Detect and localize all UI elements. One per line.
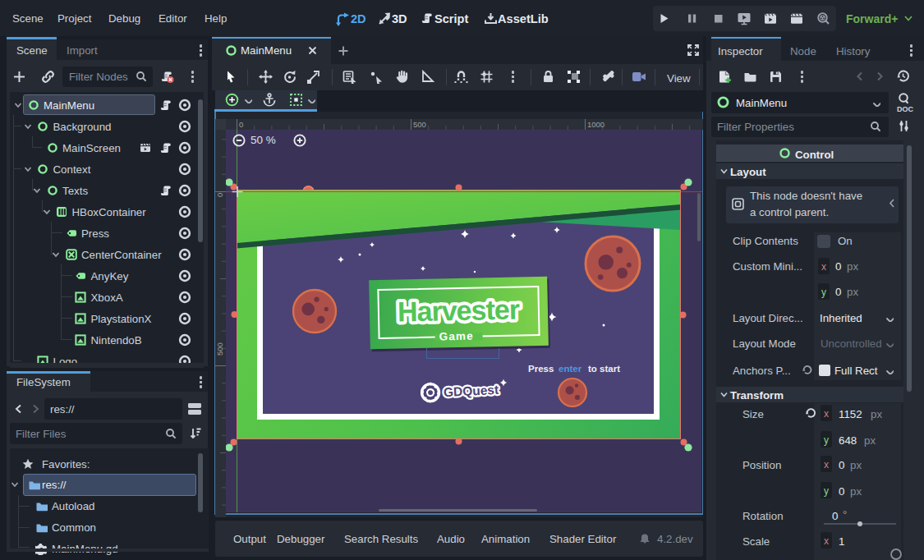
svg-text:DOC: DOC [897,105,914,113]
